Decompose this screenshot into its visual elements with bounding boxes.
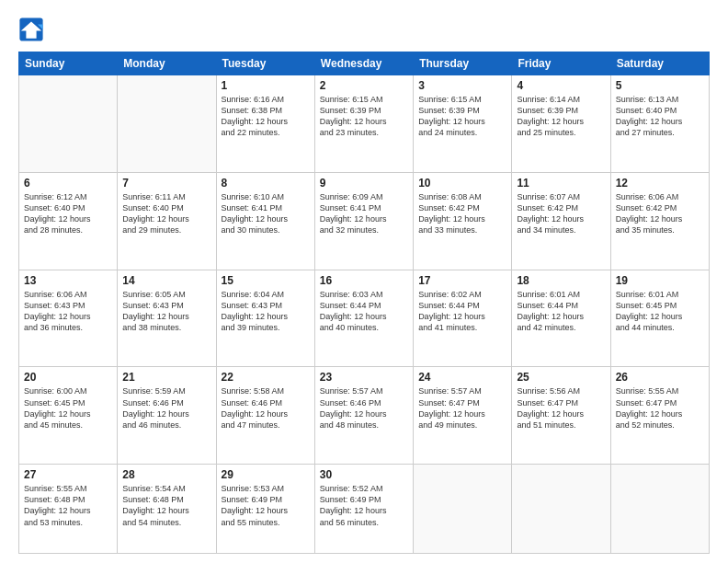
day-info: Sunrise: 6:02 AM Sunset: 6:44 PM Dayligh… <box>418 289 506 334</box>
day-info: Sunrise: 5:58 AM Sunset: 6:46 PM Dayligh… <box>222 385 310 431</box>
day-info: Sunrise: 6:12 AM Sunset: 6:40 PM Dayligh… <box>24 191 112 236</box>
day-info: Sunrise: 6:13 AM Sunset: 6:40 PM Dayligh… <box>616 94 704 139</box>
day-info: Sunrise: 6:14 AM Sunset: 6:39 PM Dayligh… <box>517 94 605 139</box>
day-number: 15 <box>222 274 310 287</box>
day-info: Sunrise: 5:57 AM Sunset: 6:46 PM Dayligh… <box>320 385 408 431</box>
day-info: Sunrise: 5:57 AM Sunset: 6:47 PM Dayligh… <box>418 385 506 431</box>
weekday-header: Friday <box>512 52 610 75</box>
day-info: Sunrise: 6:06 AM Sunset: 6:43 PM Dayligh… <box>24 289 112 334</box>
day-number: 10 <box>418 177 506 190</box>
day-number: 28 <box>122 468 210 481</box>
day-number: 21 <box>122 371 210 384</box>
calendar-week-row: 27Sunrise: 5:55 AM Sunset: 6:48 PM Dayli… <box>19 465 710 554</box>
day-number: 7 <box>122 177 210 190</box>
day-info: Sunrise: 6:01 AM Sunset: 6:45 PM Dayligh… <box>616 289 704 334</box>
day-info: Sunrise: 6:00 AM Sunset: 6:45 PM Dayligh… <box>24 385 112 431</box>
day-info: Sunrise: 6:03 AM Sunset: 6:44 PM Dayligh… <box>320 289 408 334</box>
day-number: 3 <box>418 79 506 92</box>
day-number: 8 <box>222 177 310 190</box>
day-info: Sunrise: 6:05 AM Sunset: 6:43 PM Dayligh… <box>122 289 210 334</box>
day-info: Sunrise: 6:15 AM Sunset: 6:39 PM Dayligh… <box>418 94 506 139</box>
day-number: 16 <box>320 274 408 287</box>
calendar-cell: 13Sunrise: 6:06 AM Sunset: 6:43 PM Dayli… <box>19 270 118 367</box>
calendar-cell <box>512 465 610 554</box>
calendar-cell: 11Sunrise: 6:07 AM Sunset: 6:42 PM Dayli… <box>512 172 610 270</box>
page: SundayMondayTuesdayWednesdayThursdayFrid… <box>0 0 728 563</box>
day-number: 11 <box>517 177 605 190</box>
calendar-cell: 7Sunrise: 6:11 AM Sunset: 6:40 PM Daylig… <box>118 172 216 270</box>
day-number: 4 <box>517 79 605 92</box>
calendar-cell: 29Sunrise: 5:53 AM Sunset: 6:49 PM Dayli… <box>216 465 314 554</box>
calendar-cell: 26Sunrise: 5:55 AM Sunset: 6:47 PM Dayli… <box>610 367 709 465</box>
day-info: Sunrise: 6:11 AM Sunset: 6:40 PM Dayligh… <box>122 191 210 236</box>
day-number: 18 <box>517 274 605 287</box>
day-info: Sunrise: 5:54 AM Sunset: 6:48 PM Dayligh… <box>122 483 210 528</box>
weekday-header: Monday <box>118 52 216 75</box>
calendar-cell: 4Sunrise: 6:14 AM Sunset: 6:39 PM Daylig… <box>512 75 610 173</box>
day-info: Sunrise: 5:52 AM Sunset: 6:49 PM Dayligh… <box>320 483 408 528</box>
day-number: 14 <box>122 274 210 287</box>
calendar-cell: 2Sunrise: 6:15 AM Sunset: 6:39 PM Daylig… <box>314 75 413 173</box>
calendar-table: SundayMondayTuesdayWednesdayThursdayFrid… <box>18 52 710 554</box>
weekday-header: Tuesday <box>216 52 314 75</box>
day-info: Sunrise: 6:15 AM Sunset: 6:39 PM Dayligh… <box>320 94 408 139</box>
day-number: 13 <box>24 274 112 287</box>
calendar-week-row: 1Sunrise: 6:16 AM Sunset: 6:38 PM Daylig… <box>19 75 710 173</box>
calendar-cell <box>118 75 216 173</box>
logo <box>18 17 46 42</box>
day-number: 2 <box>320 79 408 92</box>
day-info: Sunrise: 6:10 AM Sunset: 6:41 PM Dayligh… <box>222 191 310 236</box>
calendar-cell <box>19 75 118 173</box>
day-info: Sunrise: 6:04 AM Sunset: 6:43 PM Dayligh… <box>222 289 310 334</box>
day-number: 17 <box>418 274 506 287</box>
calendar-cell: 23Sunrise: 5:57 AM Sunset: 6:46 PM Dayli… <box>314 367 413 465</box>
calendar-cell: 17Sunrise: 6:02 AM Sunset: 6:44 PM Dayli… <box>414 270 512 367</box>
calendar-cell: 19Sunrise: 6:01 AM Sunset: 6:45 PM Dayli… <box>610 270 709 367</box>
day-info: Sunrise: 6:08 AM Sunset: 6:42 PM Dayligh… <box>418 191 506 236</box>
weekday-header: Sunday <box>19 52 118 75</box>
day-info: Sunrise: 6:16 AM Sunset: 6:38 PM Dayligh… <box>222 94 310 139</box>
calendar-cell: 10Sunrise: 6:08 AM Sunset: 6:42 PM Dayli… <box>414 172 512 270</box>
day-info: Sunrise: 6:09 AM Sunset: 6:41 PM Dayligh… <box>320 191 408 236</box>
header <box>18 17 710 42</box>
calendar-cell: 27Sunrise: 5:55 AM Sunset: 6:48 PM Dayli… <box>19 465 118 554</box>
day-number: 23 <box>320 371 408 384</box>
day-number: 19 <box>616 274 704 287</box>
calendar-cell: 8Sunrise: 6:10 AM Sunset: 6:41 PM Daylig… <box>216 172 314 270</box>
day-number: 6 <box>24 177 112 190</box>
day-number: 29 <box>222 468 310 481</box>
calendar-cell: 15Sunrise: 6:04 AM Sunset: 6:43 PM Dayli… <box>216 270 314 367</box>
calendar-cell: 25Sunrise: 5:56 AM Sunset: 6:47 PM Dayli… <box>512 367 610 465</box>
logo-icon <box>18 17 44 42</box>
day-info: Sunrise: 6:07 AM Sunset: 6:42 PM Dayligh… <box>517 191 605 236</box>
calendar-cell: 6Sunrise: 6:12 AM Sunset: 6:40 PM Daylig… <box>19 172 118 270</box>
day-info: Sunrise: 5:55 AM Sunset: 6:48 PM Dayligh… <box>24 483 112 528</box>
calendar-cell: 24Sunrise: 5:57 AM Sunset: 6:47 PM Dayli… <box>414 367 512 465</box>
day-info: Sunrise: 6:01 AM Sunset: 6:44 PM Dayligh… <box>517 289 605 334</box>
day-number: 20 <box>24 371 112 384</box>
calendar-cell: 28Sunrise: 5:54 AM Sunset: 6:48 PM Dayli… <box>118 465 216 554</box>
day-info: Sunrise: 5:56 AM Sunset: 6:47 PM Dayligh… <box>517 385 605 431</box>
calendar-week-row: 20Sunrise: 6:00 AM Sunset: 6:45 PM Dayli… <box>19 367 710 465</box>
day-number: 26 <box>616 371 704 384</box>
calendar-cell: 18Sunrise: 6:01 AM Sunset: 6:44 PM Dayli… <box>512 270 610 367</box>
calendar-cell: 16Sunrise: 6:03 AM Sunset: 6:44 PM Dayli… <box>314 270 413 367</box>
day-number: 24 <box>418 371 506 384</box>
day-number: 9 <box>320 177 408 190</box>
day-number: 22 <box>222 371 310 384</box>
calendar-cell: 1Sunrise: 6:16 AM Sunset: 6:38 PM Daylig… <box>216 75 314 173</box>
weekday-header: Saturday <box>610 52 709 75</box>
calendar-cell: 21Sunrise: 5:59 AM Sunset: 6:46 PM Dayli… <box>118 367 216 465</box>
calendar-cell: 20Sunrise: 6:00 AM Sunset: 6:45 PM Dayli… <box>19 367 118 465</box>
day-info: Sunrise: 5:55 AM Sunset: 6:47 PM Dayligh… <box>616 385 704 431</box>
calendar-cell <box>414 465 512 554</box>
calendar-cell <box>610 465 709 554</box>
calendar-week-row: 13Sunrise: 6:06 AM Sunset: 6:43 PM Dayli… <box>19 270 710 367</box>
day-number: 25 <box>517 371 605 384</box>
day-info: Sunrise: 5:59 AM Sunset: 6:46 PM Dayligh… <box>122 385 210 431</box>
calendar-cell: 22Sunrise: 5:58 AM Sunset: 6:46 PM Dayli… <box>216 367 314 465</box>
day-number: 27 <box>24 468 112 481</box>
calendar-header-row: SundayMondayTuesdayWednesdayThursdayFrid… <box>19 52 710 75</box>
calendar-cell: 14Sunrise: 6:05 AM Sunset: 6:43 PM Dayli… <box>118 270 216 367</box>
calendar-week-row: 6Sunrise: 6:12 AM Sunset: 6:40 PM Daylig… <box>19 172 710 270</box>
